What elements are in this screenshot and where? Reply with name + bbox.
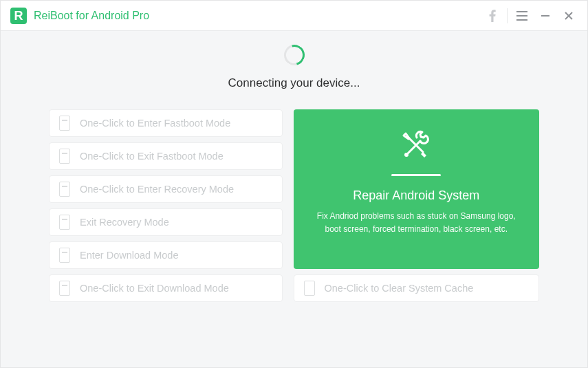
menu-icon[interactable]	[510, 1, 534, 31]
app-title: ReiBoot for Android Pro	[34, 10, 149, 22]
app-logo-letter: R	[14, 10, 23, 22]
phone-icon	[59, 149, 70, 164]
exit-download-button[interactable]: One-Click to Exit Download Mode	[49, 274, 283, 302]
exit-fastboot-button[interactable]: One-Click to Exit Fastboot Mode	[49, 142, 283, 170]
titlebar-separator	[507, 8, 508, 23]
repair-description: Fix Andriod problems such as stuck on Sa…	[309, 210, 524, 235]
phone-icon	[304, 281, 315, 296]
repair-column: Repair Android System Fix Andriod proble…	[294, 109, 539, 302]
enter-download-button[interactable]: Enter Download Mode	[49, 241, 283, 269]
phone-icon	[59, 182, 70, 197]
minimize-icon[interactable]	[534, 1, 557, 31]
options-grid: One-Click to Enter Fastboot Mode One-Cli…	[49, 109, 539, 302]
status-text: Connecting your device...	[228, 76, 360, 90]
repair-title: Repair Android System	[353, 188, 479, 203]
status-area: Connecting your device...	[49, 45, 539, 90]
mode-label: One-Click to Exit Fastboot Mode	[80, 151, 224, 162]
mode-label: Exit Recovery Mode	[80, 217, 169, 228]
phone-download-icon	[59, 281, 70, 296]
phone-download-icon	[59, 248, 70, 263]
exit-recovery-button[interactable]: Exit Recovery Mode	[49, 208, 283, 236]
titlebar: R ReiBoot for Android Pro	[1, 1, 587, 31]
modes-column: One-Click to Enter Fastboot Mode One-Cli…	[49, 109, 283, 302]
phone-icon	[59, 116, 70, 131]
enter-recovery-button[interactable]: One-Click to Enter Recovery Mode	[49, 175, 283, 203]
svg-point-0	[404, 153, 409, 157]
repair-android-card[interactable]: Repair Android System Fix Andriod proble…	[294, 109, 539, 269]
enter-fastboot-button[interactable]: One-Click to Enter Fastboot Mode	[49, 109, 283, 137]
content-area: Connecting your device... One-Click to E…	[1, 31, 587, 302]
close-icon[interactable]	[557, 1, 580, 31]
clear-cache-button[interactable]: One-Click to Clear System Cache	[294, 274, 539, 302]
mode-label: One-Click to Exit Download Mode	[80, 283, 229, 294]
repair-divider	[391, 174, 441, 176]
facebook-icon[interactable]	[481, 1, 504, 31]
loading-spinner-icon	[280, 41, 308, 69]
clear-cache-label: One-Click to Clear System Cache	[325, 283, 474, 294]
phone-icon	[59, 215, 70, 230]
mode-label: One-Click to Enter Fastboot Mode	[80, 118, 230, 129]
tools-icon	[400, 129, 433, 164]
mode-label: Enter Download Mode	[80, 250, 178, 261]
mode-label: One-Click to Enter Recovery Mode	[80, 184, 234, 195]
app-window: R ReiBoot for Android Pro Connecting you…	[0, 0, 588, 368]
app-logo: R	[10, 8, 27, 24]
